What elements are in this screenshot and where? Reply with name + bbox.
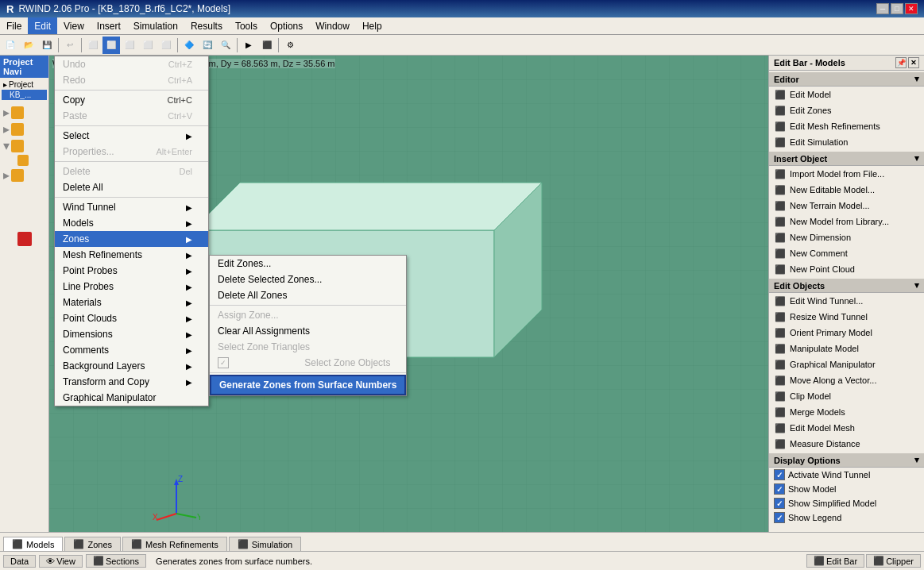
menu-select[interactable]: Select ▶ [55, 128, 208, 144]
menu-point-clouds[interactable]: Point Clouds ▶ [55, 310, 208, 326]
menu-transform-copy[interactable]: Transform and Copy ▶ [55, 374, 208, 390]
check-show-simplified[interactable]: ✓ [774, 498, 785, 509]
item-orient-model[interactable]: ⬛ Orient Primary Model [769, 325, 924, 341]
check-show-model[interactable]: ✓ [774, 483, 785, 495]
tab-mesh-refinements[interactable]: ⬛ Mesh Refinements [122, 537, 227, 551]
menu-file[interactable]: File [0, 17, 28, 34]
tb-rotate[interactable]: 🔄 [199, 37, 216, 54]
item-clip-model[interactable]: ⬛ Clip Model [769, 388, 924, 404]
nav-project[interactable]: ▸ Project [2, 79, 47, 90]
menu-line-probes[interactable]: Line Probes ▶ [55, 279, 208, 295]
tb-view2[interactable]: ⬜ [102, 37, 120, 54]
menu-tools[interactable]: Tools [229, 17, 264, 34]
item-move-vector[interactable]: ⬛ Move Along a Vector... [769, 372, 924, 388]
menu-dimensions[interactable]: Dimensions ▶ [55, 326, 208, 342]
check-activate-wind[interactable]: ✓ [774, 469, 785, 480]
zones-generate[interactable]: Generate Zones from Surface Numbers [210, 375, 406, 395]
item-new-editable[interactable]: ⬛ New Editable Model... [769, 182, 924, 198]
item-new-library[interactable]: ⬛ New Model from Library... [769, 214, 924, 229]
item-new-comment[interactable]: ⬛ New Comment [769, 245, 924, 261]
menu-window[interactable]: Window [309, 17, 356, 34]
menu-wind-tunnel[interactable]: Wind Tunnel ▶ [55, 199, 208, 215]
tb-new[interactable]: 📄 [2, 37, 19, 54]
tab-simulation[interactable]: ⬛ Simulation [229, 537, 301, 551]
item-resize-wind[interactable]: ⬛ Resize Wind Tunnel [769, 309, 924, 325]
tab-zones[interactable]: ⬛ Zones [64, 537, 121, 551]
edit-dropdown-menu[interactable]: Undo Ctrl+Z Redo Ctrl+A Copy Ctrl+C Past… [54, 56, 209, 406]
item-edit-model-mesh[interactable]: ⬛ Edit Model Mesh [769, 420, 924, 436]
tb-view3[interactable]: ⬜ [121, 37, 138, 54]
item-activate-wind[interactable]: ✓ Activate Wind Tunnel [769, 468, 924, 482]
item-edit-sim[interactable]: ⬛ Edit Simulation [769, 134, 924, 150]
titlebar-controls[interactable]: ─ □ ✕ [876, 3, 918, 14]
zones-submenu[interactable]: Edit Zones... Delete Selected Zones... D… [209, 255, 407, 396]
tb-open[interactable]: 📂 [20, 37, 37, 54]
menu-comments[interactable]: Comments ▶ [55, 342, 208, 358]
zones-edit[interactable]: Edit Zones... [210, 256, 406, 272]
item-edit-zones[interactable]: ⬛ Edit Zones [769, 102, 924, 118]
menu-copy[interactable]: Copy Ctrl+C [55, 92, 208, 108]
zones-edit-label: Edit Zones... [218, 258, 271, 269]
menu-options[interactable]: Options [264, 17, 309, 34]
section-display[interactable]: Display Options ▾ [769, 453, 924, 468]
tb-undo[interactable]: ↩ [61, 37, 79, 54]
menu-results[interactable]: Results [184, 17, 229, 34]
tb-3d[interactable]: 🔷 [180, 37, 198, 54]
menu-point-probes[interactable]: Point Probes ▶ [55, 263, 208, 279]
menu-zones[interactable]: Zones ▶ [55, 231, 208, 247]
section-editor[interactable]: Editor ▾ [769, 72, 924, 87]
item-new-terrain[interactable]: ⬛ New Terrain Model... [769, 198, 924, 214]
menu-mesh-refinements[interactable]: Mesh Refinements ▶ [55, 247, 208, 263]
menu-help[interactable]: Help [356, 17, 389, 34]
status-tab-clipper[interactable]: ⬛ Clipper [866, 554, 921, 568]
panel-pin-button[interactable]: 📌 [895, 57, 907, 68]
tb-view4[interactable]: ⬜ [139, 37, 157, 54]
item-measure-dist[interactable]: ⬛ Measure Distance [769, 436, 924, 452]
item-edit-wind-tunnel[interactable]: ⬛ Edit Wind Tunnel... [769, 293, 924, 309]
menu-edit[interactable]: Edit [28, 17, 57, 34]
zones-delete-all[interactable]: Delete All Zones [210, 287, 406, 303]
status-tab-sections[interactable]: ⬛ Sections [86, 554, 146, 568]
item-import-model[interactable]: ⬛ Import Model from File... [769, 166, 924, 182]
item-show-legend[interactable]: ✓ Show Legend [769, 510, 924, 525]
item-merge-models[interactable]: ⬛ Merge Models [769, 404, 924, 420]
tb-zoom[interactable]: 🔍 [217, 37, 234, 54]
menu-delete-all[interactable]: Delete All [55, 179, 208, 195]
item-new-cloud[interactable]: ⬛ New Point Cloud [769, 261, 924, 277]
menu-graphical-manip[interactable]: Graphical Manipulator [55, 390, 208, 406]
menu-simulation[interactable]: Simulation [127, 17, 184, 34]
item-edit-model[interactable]: ⬛ Edit Model [769, 87, 924, 102]
nav-kb-item[interactable]: KB_... [2, 90, 47, 100]
check-show-legend[interactable]: ✓ [774, 512, 785, 523]
status-tab-view[interactable]: 👁 View [39, 555, 83, 568]
menu-materials[interactable]: Materials ▶ [55, 295, 208, 310]
panel-close-button[interactable]: ✕ [908, 57, 919, 68]
item-show-simplified[interactable]: ✓ Show Simplified Model [769, 496, 924, 510]
close-button[interactable]: ✕ [905, 3, 918, 14]
item-new-dim[interactable]: ⬛ New Dimension [769, 229, 924, 245]
right-panel: Edit Bar - Models 📌 ✕ Editor ▾ ⬛ Edit Mo… [768, 56, 924, 532]
tb-stop[interactable]: ⬛ [258, 37, 276, 54]
item-show-model[interactable]: ✓ Show Model [769, 482, 924, 496]
item-manip-model[interactable]: ⬛ Manipulate Model [769, 341, 924, 356]
zones-delete-selected[interactable]: Delete Selected Zones... [210, 272, 406, 287]
tb-sim[interactable]: ▶ [240, 37, 257, 54]
minimize-button[interactable]: ─ [876, 3, 889, 14]
status-tab-data[interactable]: Data [3, 555, 36, 568]
status-tab-edit-bar[interactable]: ⬛ Edit Bar [806, 554, 864, 568]
tb-view5[interactable]: ⬜ [157, 37, 175, 54]
menu-insert[interactable]: Insert [91, 17, 127, 34]
menu-models[interactable]: Models ▶ [55, 215, 208, 231]
tb-view1[interactable]: ⬜ [84, 37, 102, 54]
menu-view[interactable]: View [57, 17, 91, 34]
item-graphical-manip[interactable]: ⬛ Graphical Manipulator [769, 356, 924, 372]
maximize-button[interactable]: □ [891, 3, 903, 14]
tb-save[interactable]: 💾 [38, 37, 56, 54]
section-edit-objects[interactable]: Edit Objects ▾ [769, 279, 924, 293]
tab-models[interactable]: ⬛ Models [3, 537, 63, 551]
section-insert[interactable]: Insert Object ▾ [769, 152, 924, 166]
item-edit-mesh[interactable]: ⬛ Edit Mesh Refinements [769, 118, 924, 134]
zones-clear[interactable]: Clear All Assignments [210, 323, 406, 339]
menu-background-layers[interactable]: Background Layers ▶ [55, 358, 208, 374]
tb-mesh[interactable]: ⚙ [281, 37, 299, 54]
